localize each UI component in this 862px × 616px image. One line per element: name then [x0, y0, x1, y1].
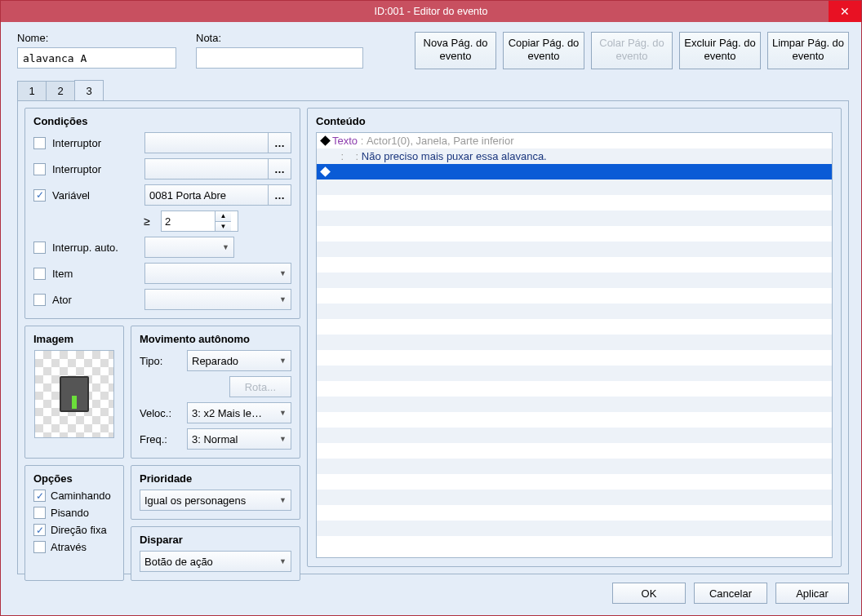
name-label: Nome: [17, 32, 176, 44]
chevron-down-icon: ▼ [279, 409, 287, 417]
variable-label: Variável [52, 189, 138, 202]
event-editor-window: ID:001 - Editor do evento ✕ Nome: Nota: … [0, 0, 862, 616]
item-label: Item [52, 268, 138, 280]
switch2-checkbox[interactable] [33, 163, 46, 175]
top-row: Nome: Nota: Nova Pág. do evento Copiar P… [1, 22, 861, 73]
switch2-pick-button[interactable]: … [269, 158, 291, 179]
name-input[interactable] [17, 47, 176, 69]
cancel-button[interactable]: Cancelar [694, 583, 767, 604]
variable-combo[interactable]: 0081 Porta Abre [144, 184, 269, 206]
item-combo[interactable]: ▼ [144, 263, 291, 284]
sprite-icon [60, 376, 89, 412]
clear-page-button[interactable]: Limpar Pág. do evento [767, 32, 849, 69]
check-icon: ✓ [36, 189, 44, 201]
switch2-combo[interactable] [144, 158, 269, 179]
content-list[interactable]: Texto : Actor1(0), Janela, Parte inferio… [316, 132, 833, 558]
page-tabs: 1 2 3 [17, 81, 861, 100]
step-label: Pisando [51, 507, 89, 519]
variable-pick-button[interactable]: … [269, 184, 291, 206]
delete-page-button[interactable]: Excluir Pág. do evento [679, 32, 761, 69]
through-checkbox[interactable] [33, 541, 46, 553]
title-bar[interactable]: ID:001 - Editor do evento ✕ [1, 1, 861, 22]
chevron-down-icon: ▼ [279, 435, 287, 443]
actor-label: Ator [52, 294, 138, 306]
chevron-down-icon: ▼ [279, 357, 287, 365]
item-checkbox[interactable] [33, 268, 46, 280]
spinner-up-icon[interactable]: ▲ [216, 211, 231, 222]
image-title: Imagem [33, 333, 115, 345]
through-label: Através [51, 541, 87, 553]
window-title: ID:001 - Editor do evento [375, 6, 488, 17]
image-preview[interactable] [34, 350, 114, 438]
content-row: : : Não preciso mais puxar essa alavanca… [317, 148, 832, 164]
content-row: Texto : Actor1(0), Janela, Parte inferio… [317, 133, 832, 148]
footer-buttons: OK Cancelar Aplicar [1, 583, 861, 615]
actor-combo[interactable]: ▼ [144, 289, 291, 310]
switch2-label: Interruptor [52, 163, 138, 175]
chevron-down-icon: ▼ [222, 243, 229, 251]
image-box: Imagem [24, 326, 124, 459]
walk-checkbox[interactable]: ✓ [33, 490, 46, 502]
variable-value-input[interactable] [162, 211, 215, 231]
speed-label: Veloc.: [140, 407, 182, 419]
dirfix-label: Direção fixa [51, 524, 107, 536]
selfswitch-combo[interactable]: ▼ [144, 237, 234, 258]
tab-3[interactable]: 3 [74, 80, 104, 100]
conditions-box: Condições Interruptor … Interruptor … [24, 108, 300, 319]
dirfix-checkbox[interactable]: ✓ [33, 524, 46, 536]
note-input[interactable] [196, 47, 363, 69]
options-title: Opções [33, 472, 115, 485]
movement-title: Movimento autônomo [140, 333, 291, 345]
tab-2[interactable]: 2 [46, 81, 75, 100]
switch1-pick-button[interactable]: … [269, 132, 291, 153]
left-column: Condições Interruptor … Interruptor … [24, 108, 300, 567]
type-label: Tipo: [140, 355, 182, 367]
chevron-down-icon: ▼ [279, 269, 287, 277]
variable-op: ≥ [141, 215, 153, 228]
diamond-icon [320, 166, 331, 177]
content-row-selected [317, 164, 832, 179]
selfswitch-label: Interrup. auto. [52, 242, 138, 254]
movement-box: Movimento autônomo Tipo: Reparado▼ Rota.… [131, 326, 300, 459]
chevron-down-icon: ▼ [279, 557, 287, 565]
freq-label: Freq.: [140, 433, 182, 445]
content-box: Conteúdo Texto : Actor1(0), Janela, Part… [307, 108, 842, 567]
chevron-down-icon: ▼ [279, 496, 287, 504]
paste-page-button: Colar Pág. do evento [591, 32, 673, 69]
close-icon: ✕ [840, 5, 850, 18]
variable-checkbox[interactable]: ✓ [33, 189, 46, 202]
note-label: Nota: [196, 32, 363, 44]
selfswitch-checkbox[interactable] [33, 242, 46, 254]
main-panel: Condições Interruptor … Interruptor … [17, 100, 849, 574]
switch1-checkbox[interactable] [33, 137, 46, 149]
check-icon: ✓ [36, 490, 44, 502]
ok-button[interactable]: OK [612, 583, 686, 604]
trigger-title: Disparar [140, 534, 291, 546]
priority-title: Prioridade [140, 472, 291, 485]
walk-label: Caminhando [51, 490, 111, 502]
freq-combo[interactable]: 3: Normal▼ [187, 428, 291, 450]
spinner-down-icon[interactable]: ▼ [216, 222, 231, 232]
new-page-button[interactable]: Nova Pág. do evento [415, 32, 496, 69]
switch1-label: Interruptor [52, 137, 138, 149]
tab-1[interactable]: 1 [17, 81, 47, 100]
step-checkbox[interactable] [33, 507, 46, 519]
trigger-combo[interactable]: Botão de ação▼ [140, 551, 291, 572]
type-combo[interactable]: Reparado▼ [187, 350, 291, 371]
trigger-box: Disparar Botão de ação▼ [131, 526, 300, 581]
diamond-icon [320, 135, 331, 146]
apply-button[interactable]: Aplicar [775, 583, 849, 604]
chevron-down-icon: ▼ [279, 295, 287, 304]
route-button[interactable]: Rota... [229, 376, 291, 397]
switch1-combo[interactable] [144, 132, 269, 153]
content-title: Conteúdo [316, 115, 833, 127]
close-button[interactable]: ✕ [829, 1, 861, 22]
actor-checkbox[interactable] [33, 294, 46, 306]
priority-combo[interactable]: Igual os personagens▼ [140, 490, 291, 511]
speed-combo[interactable]: 3: x2 Mais le…▼ [187, 402, 291, 423]
copy-page-button[interactable]: Copiar Pág. do evento [503, 32, 584, 69]
variable-value-spinner[interactable]: ▲ ▼ [161, 211, 238, 232]
conditions-title: Condições [33, 115, 291, 127]
priority-box: Prioridade Igual os personagens▼ [131, 465, 300, 520]
check-icon: ✓ [36, 525, 44, 536]
